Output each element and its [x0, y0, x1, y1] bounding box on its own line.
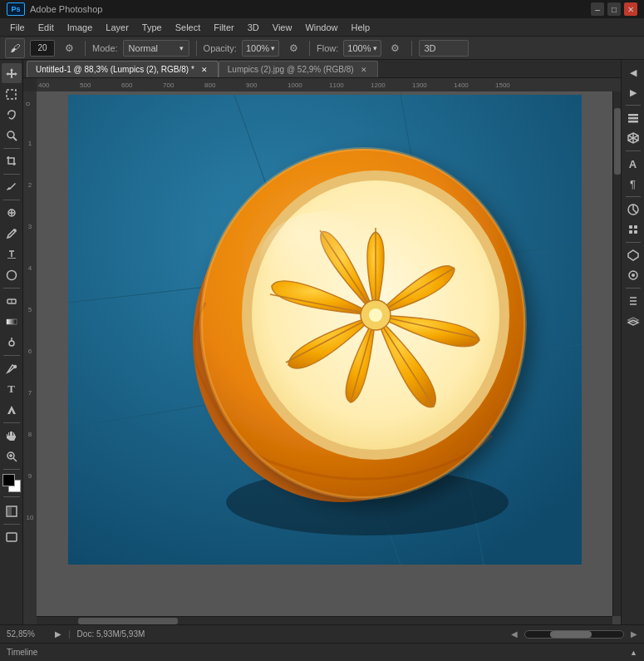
svg-text:7: 7: [28, 389, 32, 397]
healing-brush-tool[interactable]: [2, 203, 22, 223]
menu-image[interactable]: Image: [61, 21, 100, 34]
menu-select[interactable]: Select: [169, 21, 208, 34]
menu-help[interactable]: Help: [345, 21, 377, 34]
maximize-button[interactable]: □: [607, 2, 621, 16]
brush-tool[interactable]: [2, 224, 22, 244]
move-tool[interactable]: [2, 63, 22, 83]
tab-close-lumpics[interactable]: ✕: [359, 65, 369, 75]
h-scrollbar-thumb[interactable]: [78, 618, 178, 624]
menu-window[interactable]: Window: [298, 21, 344, 34]
menu-layer[interactable]: Layer: [99, 21, 135, 34]
h-ruler-svg: 400 500 600 700 800 900 1000 1100 1200 1…: [37, 78, 621, 91]
brush-settings-icon[interactable]: ⚙: [60, 39, 78, 57]
menu-3d[interactable]: 3D: [241, 21, 266, 34]
title-bar: Ps Adobe Photoshop – □ ✕: [0, 0, 644, 18]
svg-rect-68: [628, 117, 638, 120]
timeline-expand-icon[interactable]: ▲: [630, 649, 637, 657]
svg-line-2: [13, 137, 17, 141]
eraser-tool[interactable]: [2, 291, 22, 311]
opacity-settings-icon[interactable]: ⚙: [284, 39, 302, 57]
panel-expand-left[interactable]: ◀: [624, 63, 642, 81]
svg-text:700: 700: [163, 81, 175, 89]
brush-size-box[interactable]: 20: [30, 40, 55, 57]
status-sep-1: |: [68, 629, 71, 639]
menu-file[interactable]: File: [3, 21, 32, 34]
ruler-corner: [23, 78, 37, 91]
canvas[interactable]: [68, 95, 582, 565]
left-toolbar: T: [0, 60, 23, 624]
options-sep-4: [411, 41, 412, 56]
menu-view[interactable]: View: [266, 21, 299, 34]
h-scrollbar[interactable]: [37, 616, 612, 624]
svg-text:10: 10: [27, 514, 34, 521]
eyedropper-tool[interactable]: [2, 177, 22, 197]
hand-tool[interactable]: [2, 426, 22, 446]
quick-select-tool[interactable]: [2, 126, 22, 146]
layers-panel-btn[interactable]: [624, 109, 642, 127]
tab-lumpics[interactable]: Lumpics (2).jpg @ 52,9% (RGB/8) ✕: [219, 61, 378, 77]
h-scroll-thumb[interactable]: [550, 631, 592, 638]
menu-filter[interactable]: Filter: [207, 21, 240, 34]
timeline-label: Timeline: [7, 648, 37, 657]
svg-text:1200: 1200: [371, 81, 386, 89]
svg-text:900: 900: [246, 81, 258, 89]
color-swatches[interactable]: [2, 474, 21, 492]
minimize-button[interactable]: –: [591, 2, 604, 16]
menu-edit[interactable]: Edit: [32, 21, 61, 34]
tool-sep-9: [3, 524, 20, 525]
zoom-tool[interactable]: [2, 446, 22, 466]
title-bar-left: Ps Adobe Photoshop: [7, 2, 102, 16]
shapes-btn[interactable]: [624, 266, 642, 284]
tool-sep-4: [3, 288, 20, 289]
quick-mask-tool[interactable]: [2, 501, 22, 521]
svg-text:400: 400: [38, 81, 50, 89]
styles-panel-btn[interactable]: [624, 220, 642, 239]
opacity-dropdown[interactable]: 100%: [242, 40, 279, 57]
history-brush-tool[interactable]: [2, 265, 22, 285]
flow-settings-icon[interactable]: ⚙: [386, 39, 405, 57]
paragraph-panel-btn[interactable]: ¶: [624, 175, 642, 193]
text-panel-btn[interactable]: A: [624, 155, 642, 173]
timeline-bar: Timeline ▲: [0, 643, 644, 661]
h-scroll-bar[interactable]: [524, 630, 624, 639]
svg-rect-9: [7, 319, 17, 324]
foreground-color[interactable]: [2, 474, 15, 486]
options-sep-1: [85, 41, 86, 56]
dodge-tool[interactable]: [2, 333, 22, 353]
svg-point-80: [632, 274, 635, 277]
title-text: Adobe Photoshop: [30, 4, 102, 14]
v-scrollbar-thumb[interactable]: [614, 108, 621, 175]
screen-mode-tool[interactable]: [2, 527, 22, 547]
svg-text:1100: 1100: [329, 81, 344, 89]
type-tool[interactable]: T: [2, 379, 22, 399]
svg-text:3: 3: [28, 223, 32, 230]
close-button[interactable]: ✕: [624, 2, 637, 16]
clone-stamp-tool[interactable]: [2, 244, 22, 264]
svg-rect-67: [628, 114, 638, 116]
scroll-right-arrow[interactable]: ▶: [631, 629, 637, 639]
zoom-expand-icon[interactable]: ▶: [55, 629, 61, 639]
panel-expand-right[interactable]: ▶: [624, 83, 642, 101]
crop-tool[interactable]: [2, 151, 22, 171]
gradient-tool[interactable]: [2, 312, 22, 332]
3d-panel-btn[interactable]: [624, 129, 642, 147]
3d-view-btn[interactable]: [624, 246, 642, 264]
flow-dropdown[interactable]: 100%: [343, 40, 381, 57]
menu-type[interactable]: Type: [135, 21, 169, 34]
brush-tool-icon[interactable]: 🖌: [5, 38, 25, 58]
adjustments-panel-btn[interactable]: [624, 200, 642, 219]
pen-tool[interactable]: [2, 358, 22, 378]
mode-dropdown[interactable]: Normal: [123, 40, 189, 57]
scroll-left-arrow[interactable]: ◀: [511, 629, 518, 639]
tab-untitled[interactable]: Untitled-1 @ 88,3% (Lumpics (2), RGB/8) …: [27, 61, 219, 77]
tab-close-untitled[interactable]: ✕: [199, 65, 209, 75]
rectangle-select-tool[interactable]: [2, 84, 22, 104]
svg-text:1400: 1400: [454, 81, 469, 89]
path-select-tool[interactable]: [2, 400, 22, 420]
zoom-level: 52,85%: [7, 629, 48, 639]
layers-stack-btn[interactable]: [624, 312, 642, 330]
arrange-btn[interactable]: [624, 292, 642, 310]
right-sep-1: [626, 105, 641, 106]
v-scrollbar[interactable]: [612, 91, 621, 616]
lasso-tool[interactable]: [2, 105, 22, 125]
